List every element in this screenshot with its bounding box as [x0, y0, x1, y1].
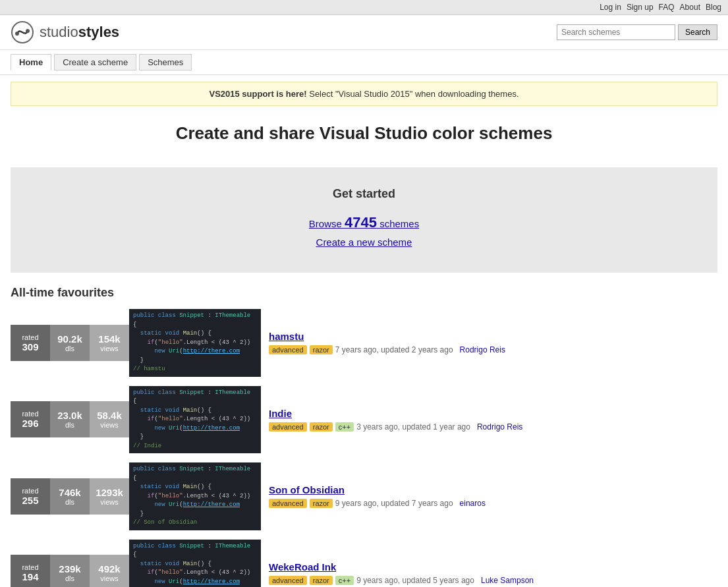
views-value: 58.4k — [97, 410, 122, 421]
tag-advanced: advanced — [269, 576, 307, 585]
search-input[interactable] — [557, 24, 675, 40]
banner-text: Select "Visual Studio 2015" when downloa… — [307, 89, 519, 99]
dls-value: 239k — [59, 563, 80, 574]
nav: Home Create a scheme Schemes — [0, 50, 728, 75]
browse-schemes-link[interactable]: Browse 4745 schemes — [24, 214, 704, 231]
dls-label: dls — [65, 574, 74, 582]
create-tab[interactable]: Create a scheme — [54, 54, 136, 70]
scheme-info: Indie advanced razor c++ 3 years ago, up… — [261, 404, 717, 435]
header: studiostyles Search — [0, 15, 728, 50]
scheme-name-link[interactable]: Indie — [269, 408, 292, 419]
stat-views: 492k views — [90, 555, 129, 587]
create-new-scheme-link[interactable]: Create a new scheme — [24, 237, 704, 248]
hero-section: Create and share Visual Studio color sch… — [0, 113, 728, 167]
rated-label: rated — [22, 333, 38, 341]
scheme-meta: 9 years ago, updated 5 years ago Luke Sa… — [356, 576, 534, 585]
table-row: rated 309 90.2k dls 154k views public cl… — [11, 309, 717, 377]
scheme-preview: public class Snippet : IThemeable { stat… — [129, 462, 261, 530]
search-button[interactable]: Search — [678, 24, 717, 40]
scheme-tags: advanced razor c++ 9 years ago, updated … — [269, 576, 710, 585]
blog-link[interactable]: Blog — [706, 3, 721, 12]
author-link[interactable]: Rodrigo Reis — [460, 345, 505, 354]
stat-dls: 90.2k dls — [50, 325, 90, 361]
search-area: Search — [557, 24, 717, 40]
scheme-meta: 7 years ago, updated 2 years ago Rodrigo… — [335, 345, 505, 354]
rated-value: 309 — [22, 341, 38, 352]
scheme-name-link[interactable]: hamstu — [269, 331, 304, 342]
views-label: views — [100, 498, 119, 506]
tag-advanced: advanced — [269, 422, 307, 432]
views-label: views — [100, 421, 119, 429]
favourites-heading: All-time favourites — [11, 286, 717, 300]
tag-razor: razor — [310, 422, 333, 432]
dls-label: dls — [65, 498, 74, 506]
rated-label: rated — [22, 563, 38, 571]
scheme-info: hamstu advanced razor 7 years ago, updat… — [261, 327, 717, 358]
browse-suffix: schemes — [377, 218, 419, 229]
svg-point-2 — [26, 29, 30, 33]
scheme-preview: public class Snippet : IThemeable { stat… — [129, 540, 261, 588]
scheme-info: Son of Obsidian advanced razor 9 years a… — [261, 480, 717, 512]
tag-razor: razor — [310, 576, 333, 585]
rated-label: rated — [22, 487, 38, 495]
tag-razor: razor — [310, 345, 333, 354]
login-link[interactable]: Log in — [600, 3, 621, 12]
scheme-tags: advanced razor 7 years ago, updated 2 ye… — [269, 345, 710, 354]
topbar: Log in Sign up FAQ About Blog — [0, 0, 728, 15]
dls-value: 23.0k — [57, 410, 82, 421]
views-label: views — [100, 345, 119, 352]
logo-icon — [11, 20, 34, 44]
stat-views: 1293k views — [90, 478, 129, 515]
tag-cpp: c++ — [335, 422, 354, 432]
get-started-heading: Get started — [24, 187, 704, 201]
faq-link[interactable]: FAQ — [659, 3, 675, 12]
stat-rated: rated 296 — [11, 401, 50, 437]
author-link[interactable]: Rodrigo Reis — [477, 422, 522, 432]
views-value: 154k — [98, 333, 120, 345]
svg-point-1 — [15, 32, 19, 36]
browse-prefix: Browse — [309, 218, 345, 229]
tag-razor: razor — [310, 499, 333, 508]
rated-value: 255 — [22, 495, 38, 506]
rated-value: 194 — [22, 571, 38, 582]
stat-rated: rated 309 — [11, 325, 50, 361]
browse-count: 4745 — [345, 214, 377, 231]
views-label: views — [100, 574, 119, 582]
tag-cpp: c++ — [335, 576, 354, 585]
dls-label: dls — [65, 421, 74, 429]
rated-label: rated — [22, 410, 38, 418]
favourites-section: All-time favourites rated 309 90.2k dls … — [0, 286, 728, 587]
get-started-box: Get started Browse 4745 schemes Create a… — [11, 167, 717, 273]
announcement-banner: VS2015 support is here! Select "Visual S… — [11, 82, 717, 106]
scheme-tags: advanced razor 9 years ago, updated 7 ye… — [269, 499, 710, 508]
stat-dls: 746k dls — [50, 478, 90, 515]
tag-advanced: advanced — [269, 345, 307, 354]
logo-text: studiostyles — [40, 24, 119, 41]
views-value: 492k — [98, 563, 120, 574]
author-link[interactable]: Luke Sampson — [481, 576, 534, 585]
dls-value: 90.2k — [57, 333, 82, 345]
scheme-name-link[interactable]: WekeRoad Ink — [269, 561, 336, 573]
signup-link[interactable]: Sign up — [627, 3, 654, 12]
scheme-info: WekeRoad Ink advanced razor c++ 9 years … — [261, 557, 717, 587]
scheme-preview: public class Snippet : IThemeable { stat… — [129, 386, 261, 454]
schemes-tab[interactable]: Schemes — [139, 54, 192, 70]
views-value: 1293k — [96, 487, 123, 498]
table-row: rated 194 239k dls 492k views public cla… — [11, 540, 717, 588]
rated-value: 296 — [22, 418, 38, 429]
stat-rated: rated 194 — [11, 555, 50, 587]
scheme-meta: 9 years ago, updated 7 years ago einaros — [335, 499, 486, 508]
table-row: rated 255 746k dls 1293k views public cl… — [11, 462, 717, 530]
banner-bold: VS2015 support is here! — [209, 89, 306, 99]
hero-title: Create and share Visual Studio color sch… — [11, 123, 717, 144]
home-tab[interactable]: Home — [11, 54, 51, 70]
scheme-preview: public class Snippet : IThemeable { stat… — [129, 309, 261, 377]
author-link[interactable]: einaros — [460, 499, 486, 508]
about-link[interactable]: About — [680, 3, 700, 12]
stat-dls: 23.0k dls — [50, 401, 90, 437]
scheme-meta: 3 years ago, updated 1 year ago Rodrigo … — [356, 422, 522, 432]
stat-views: 58.4k views — [90, 401, 129, 437]
scheme-tags: advanced razor c++ 3 years ago, updated … — [269, 422, 710, 432]
scheme-name-link[interactable]: Son of Obsidian — [269, 484, 345, 495]
dls-value: 746k — [59, 487, 80, 498]
